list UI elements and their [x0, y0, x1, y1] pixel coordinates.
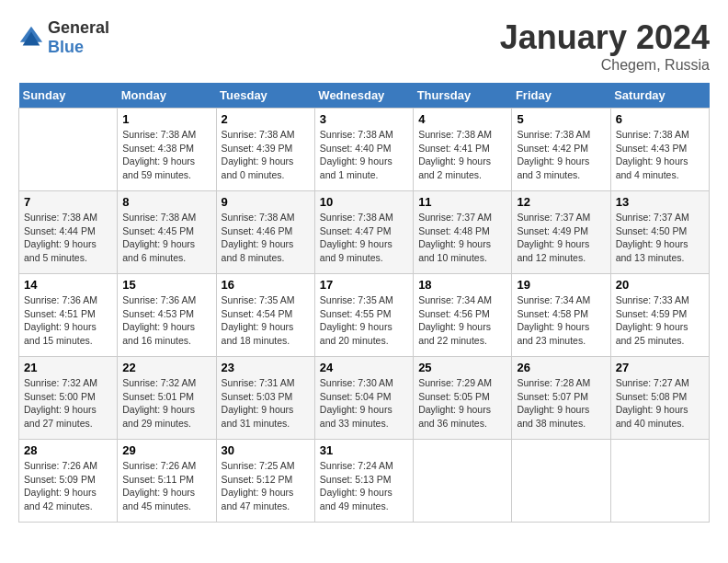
day-info: Sunrise: 7:31 AMSunset: 5:03 PMDaylight:… — [222, 376, 310, 431]
calendar-cell: 10Sunrise: 7:38 AMSunset: 4:47 PMDayligh… — [314, 191, 413, 274]
day-info: Sunrise: 7:32 AMSunset: 5:01 PMDaylight:… — [122, 376, 210, 431]
day-info: Sunrise: 7:33 AMSunset: 4:59 PMDaylight:… — [616, 293, 704, 348]
weekday-header-sunday: Sunday — [19, 83, 118, 109]
day-info: Sunrise: 7:26 AMSunset: 5:09 PMDaylight:… — [24, 459, 112, 513]
day-info: Sunrise: 7:38 AMSunset: 4:42 PMDaylight:… — [517, 128, 605, 182]
day-number: 25 — [418, 361, 506, 374]
day-info: Sunrise: 7:38 AMSunset: 4:44 PMDaylight:… — [24, 211, 112, 265]
day-info: Sunrise: 7:34 AMSunset: 4:56 PMDaylight:… — [418, 293, 506, 348]
calendar-cell: 26Sunrise: 7:28 AMSunset: 5:07 PMDayligh… — [512, 357, 610, 440]
day-info: Sunrise: 7:29 AMSunset: 5:05 PMDaylight:… — [418, 376, 506, 431]
calendar-cell: 18Sunrise: 7:34 AMSunset: 4:56 PMDayligh… — [414, 274, 512, 357]
day-info: Sunrise: 7:38 AMSunset: 4:41 PMDaylight:… — [418, 128, 506, 182]
week-row-2: 7Sunrise: 7:38 AMSunset: 4:44 PMDaylight… — [19, 191, 710, 274]
day-number: 1 — [122, 112, 210, 126]
day-number: 3 — [320, 112, 408, 126]
weekday-header-monday: Monday — [118, 83, 216, 109]
calendar-cell: 28Sunrise: 7:26 AMSunset: 5:09 PMDayligh… — [19, 440, 118, 523]
day-number: 24 — [320, 361, 408, 374]
day-info: Sunrise: 7:37 AMSunset: 4:49 PMDaylight:… — [517, 211, 605, 265]
month-title: January 2024 — [500, 18, 710, 57]
day-number: 9 — [222, 195, 310, 209]
day-info: Sunrise: 7:25 AMSunset: 5:12 PMDaylight:… — [222, 459, 310, 513]
day-number: 11 — [418, 195, 506, 209]
calendar-cell — [414, 440, 512, 523]
day-number: 5 — [517, 112, 605, 126]
day-number: 7 — [24, 195, 112, 209]
title-area: January 2024 Chegem, Russia — [500, 18, 710, 74]
calendar-cell: 5Sunrise: 7:38 AMSunset: 4:42 PMDaylight… — [512, 109, 610, 191]
calendar-cell: 29Sunrise: 7:26 AMSunset: 5:11 PMDayligh… — [118, 440, 216, 523]
calendar-cell: 12Sunrise: 7:37 AMSunset: 4:49 PMDayligh… — [512, 191, 610, 274]
day-info: Sunrise: 7:32 AMSunset: 5:00 PMDaylight:… — [24, 376, 112, 431]
week-row-1: 1Sunrise: 7:38 AMSunset: 4:38 PMDaylight… — [19, 109, 710, 191]
day-number: 18 — [418, 278, 506, 292]
calendar-cell: 6Sunrise: 7:38 AMSunset: 4:43 PMDaylight… — [610, 109, 709, 191]
day-number: 30 — [222, 443, 310, 457]
calendar-cell: 1Sunrise: 7:38 AMSunset: 4:38 PMDaylight… — [118, 109, 216, 191]
calendar-cell: 17Sunrise: 7:35 AMSunset: 4:55 PMDayligh… — [314, 274, 413, 357]
week-row-3: 14Sunrise: 7:36 AMSunset: 4:51 PMDayligh… — [19, 274, 710, 357]
day-number: 8 — [122, 195, 210, 209]
logo-text: General Blue — [48, 18, 109, 57]
day-info: Sunrise: 7:35 AMSunset: 4:55 PMDaylight:… — [320, 293, 408, 348]
calendar-cell: 19Sunrise: 7:34 AMSunset: 4:58 PMDayligh… — [512, 274, 610, 357]
day-number: 16 — [222, 278, 310, 292]
logo-icon — [18, 25, 44, 51]
day-info: Sunrise: 7:24 AMSunset: 5:13 PMDaylight:… — [320, 459, 408, 513]
weekday-header-row: SundayMondayTuesdayWednesdayThursdayFrid… — [19, 83, 710, 109]
day-info: Sunrise: 7:38 AMSunset: 4:46 PMDaylight:… — [222, 211, 310, 265]
logo-blue: Blue — [48, 38, 84, 56]
calendar-cell: 8Sunrise: 7:38 AMSunset: 4:45 PMDaylight… — [118, 191, 216, 274]
day-number: 22 — [122, 361, 210, 374]
calendar-cell: 25Sunrise: 7:29 AMSunset: 5:05 PMDayligh… — [414, 357, 512, 440]
day-number: 2 — [222, 112, 310, 126]
calendar-cell: 9Sunrise: 7:38 AMSunset: 4:46 PMDaylight… — [216, 191, 314, 274]
week-row-5: 28Sunrise: 7:26 AMSunset: 5:09 PMDayligh… — [19, 440, 710, 523]
day-info: Sunrise: 7:38 AMSunset: 4:47 PMDaylight:… — [320, 211, 408, 265]
day-number: 20 — [616, 278, 704, 292]
calendar-cell: 30Sunrise: 7:25 AMSunset: 5:12 PMDayligh… — [216, 440, 314, 523]
calendar-cell: 20Sunrise: 7:33 AMSunset: 4:59 PMDayligh… — [610, 274, 709, 357]
weekday-header-saturday: Saturday — [610, 83, 709, 109]
day-info: Sunrise: 7:38 AMSunset: 4:38 PMDaylight:… — [122, 128, 210, 182]
day-info: Sunrise: 7:26 AMSunset: 5:11 PMDaylight:… — [122, 459, 210, 513]
calendar-cell: 23Sunrise: 7:31 AMSunset: 5:03 PMDayligh… — [216, 357, 314, 440]
day-number: 27 — [616, 361, 704, 374]
weekday-header-wednesday: Wednesday — [314, 83, 413, 109]
day-number: 14 — [24, 278, 112, 292]
weekday-header-thursday: Thursday — [414, 83, 512, 109]
day-info: Sunrise: 7:38 AMSunset: 4:45 PMDaylight:… — [122, 211, 210, 265]
day-number: 23 — [222, 361, 310, 374]
calendar-cell: 16Sunrise: 7:35 AMSunset: 4:54 PMDayligh… — [216, 274, 314, 357]
calendar-cell: 3Sunrise: 7:38 AMSunset: 4:40 PMDaylight… — [314, 109, 413, 191]
day-number: 17 — [320, 278, 408, 292]
location-title: Chegem, Russia — [500, 57, 710, 74]
calendar-cell — [610, 440, 709, 523]
day-number: 21 — [24, 361, 112, 374]
calendar-cell: 4Sunrise: 7:38 AMSunset: 4:41 PMDaylight… — [414, 109, 512, 191]
day-number: 29 — [122, 443, 210, 457]
day-number: 6 — [616, 112, 704, 126]
weekday-header-friday: Friday — [512, 83, 610, 109]
day-info: Sunrise: 7:37 AMSunset: 4:48 PMDaylight:… — [418, 211, 506, 265]
day-number: 4 — [418, 112, 506, 126]
day-number: 12 — [517, 195, 605, 209]
calendar-table: SundayMondayTuesdayWednesdayThursdayFrid… — [18, 83, 710, 523]
calendar-cell: 24Sunrise: 7:30 AMSunset: 5:04 PMDayligh… — [314, 357, 413, 440]
calendar-cell — [19, 109, 118, 191]
day-number: 19 — [517, 278, 605, 292]
day-info: Sunrise: 7:38 AMSunset: 4:40 PMDaylight:… — [320, 128, 408, 182]
day-info: Sunrise: 7:30 AMSunset: 5:04 PMDaylight:… — [320, 376, 408, 431]
header: General Blue January 2024 Chegem, Russia — [18, 18, 710, 74]
day-info: Sunrise: 7:34 AMSunset: 4:58 PMDaylight:… — [517, 293, 605, 348]
day-info: Sunrise: 7:36 AMSunset: 4:53 PMDaylight:… — [122, 293, 210, 348]
calendar-cell: 14Sunrise: 7:36 AMSunset: 4:51 PMDayligh… — [19, 274, 118, 357]
day-number: 10 — [320, 195, 408, 209]
weekday-header-tuesday: Tuesday — [216, 83, 314, 109]
day-number: 26 — [517, 361, 605, 374]
calendar-cell: 22Sunrise: 7:32 AMSunset: 5:01 PMDayligh… — [118, 357, 216, 440]
day-info: Sunrise: 7:36 AMSunset: 4:51 PMDaylight:… — [24, 293, 112, 348]
calendar-cell: 11Sunrise: 7:37 AMSunset: 4:48 PMDayligh… — [414, 191, 512, 274]
day-info: Sunrise: 7:35 AMSunset: 4:54 PMDaylight:… — [222, 293, 310, 348]
